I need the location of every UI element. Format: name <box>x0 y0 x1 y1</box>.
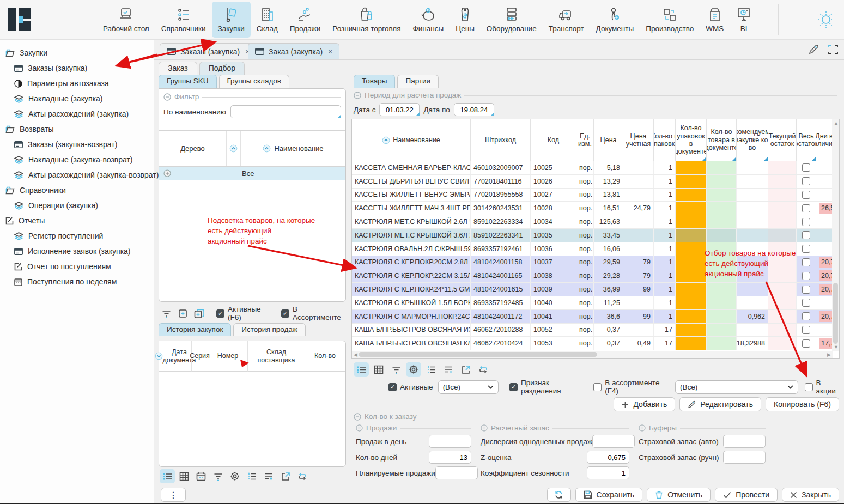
table-row[interactable]: КАСТРЮЛЯ С КЕР.ПОКР.24*11.5 GM-481042400… <box>352 283 839 296</box>
products-toolbar-list-add-icon[interactable] <box>441 362 456 377</box>
module-item-6[interactable]: Финансы <box>407 2 450 38</box>
tab-batches[interactable]: Партии <box>397 75 439 88</box>
module-item-5[interactable]: Розничная торговля <box>326 2 406 38</box>
products-col-header-5[interactable]: Цена учетная <box>623 119 654 161</box>
sidebar-item-9[interactable]: Справочники <box>0 183 154 198</box>
sidebar-item-6[interactable]: Заказы (закупка-возврат) <box>0 137 154 152</box>
table-row[interactable]: КАССЕТЫ Д/БРИТЬЯ ВЕНУС СВИЛ СМ7702018401… <box>352 175 839 189</box>
cancel-button[interactable]: Отменить <box>647 488 711 502</box>
tree-row-all[interactable]: Все <box>159 167 345 180</box>
field-input[interactable] <box>429 435 471 448</box>
stock-checkbox[interactable] <box>802 272 810 280</box>
field-input[interactable] <box>723 451 766 464</box>
tab-purchase-history[interactable]: История закупок <box>159 323 231 336</box>
sidebar-item-15[interactable]: Поступления по неделям <box>0 274 154 289</box>
products-col-header-9[interactable]: Рекомендуемое к закупке кол-во <box>737 119 768 161</box>
history-table-toolbar-numbered-list-icon[interactable] <box>244 469 259 483</box>
stock-checkbox[interactable] <box>802 312 810 320</box>
field-input[interactable] <box>592 435 635 448</box>
table-row[interactable]: КАССЕТЫ ЖИЛЛЕТТ МАЧ 3 4ШТ РП301426024353… <box>352 202 839 215</box>
history-table-toolbar-sync-icon[interactable] <box>295 469 310 483</box>
tab-order-detail[interactable]: Заказ (закупка) × <box>248 43 339 59</box>
products-toolbar-sync-icon[interactable] <box>476 362 491 377</box>
table-row[interactable]: КАСТРЮЛЯ МЕТ.С КРЫШКОЙ 2.6Л Ч85910222633… <box>352 215 839 229</box>
promo-filter-select[interactable]: (Все) <box>675 380 798 394</box>
active-checkbox[interactable] <box>388 383 397 391</box>
products-toolbar-filter-icon[interactable] <box>388 362 404 377</box>
date-from-input[interactable] <box>379 103 420 116</box>
module-item-4[interactable]: Продажи <box>284 2 326 38</box>
price-type-select[interactable]: (Все) <box>438 380 499 394</box>
edit-button[interactable]: Редактировать <box>679 397 761 411</box>
history-table-toolbar-calendar-icon[interactable] <box>193 469 209 483</box>
stock-checkbox[interactable] <box>802 286 810 294</box>
assortment-checkbox[interactable] <box>281 309 289 318</box>
vertical-scrollbar[interactable]: ▲ ▼ <box>832 119 839 351</box>
module-item-11[interactable]: Производство <box>640 2 700 38</box>
module-item-1[interactable]: Справочники <box>155 2 212 38</box>
stock-checkbox[interactable] <box>802 299 810 307</box>
products-col-header-7[interactable]: Кол-во упаковок в документе <box>676 119 707 161</box>
pencil-icon[interactable] <box>808 44 819 55</box>
close-button[interactable]: Закрыть <box>782 488 839 502</box>
products-toolbar-numbered-list-icon[interactable] <box>423 362 439 377</box>
tree-col-header[interactable]: Дерево <box>159 131 227 166</box>
assortment-f4-checkbox[interactable] <box>593 383 602 391</box>
products-col-header-3[interactable]: Ед. изм. <box>576 119 594 161</box>
expand-plus-icon[interactable] <box>163 169 171 177</box>
promo-checkbox[interactable] <box>805 383 813 391</box>
stock-checkbox[interactable] <box>802 231 810 239</box>
field-input[interactable] <box>587 451 629 464</box>
active-f6-checkbox[interactable] <box>216 309 224 318</box>
collapse-icon[interactable] <box>354 413 361 421</box>
products-toolbar-list-view-icon[interactable] <box>354 362 369 377</box>
history-col-header-1[interactable]: Серия <box>192 341 208 372</box>
field-input[interactable] <box>587 466 629 479</box>
tab-products[interactable]: Товары <box>354 75 395 88</box>
products-col-header-8[interactable]: Кол-во товара в документе <box>707 119 737 161</box>
name-col-header[interactable]: Наименование <box>241 131 345 166</box>
sidebar-item-0[interactable]: Закупки <box>0 45 154 60</box>
history-table-toolbar-list-view-icon[interactable] <box>160 469 175 483</box>
sidebar-item-7[interactable]: Накладные (закупка-возврат) <box>0 152 154 167</box>
tab-sales-history[interactable]: История продаж <box>233 323 306 336</box>
sidebar-item-1[interactable]: Заказы (закупка) <box>0 60 154 76</box>
history-toolbar-box-plus-icon[interactable] <box>175 306 190 320</box>
stock-checkbox[interactable] <box>802 258 810 266</box>
sidebar-item-10[interactable]: Операции (закупка) <box>0 198 154 213</box>
history-col-header-3[interactable]: Склад поставщика <box>248 341 305 372</box>
module-item-3[interactable]: Склад <box>251 2 284 38</box>
history-toolbar-filter-icon[interactable] <box>159 306 174 320</box>
table-row[interactable]: КАСТРЮЛЯ С МАРМОРН.ПОКР.24СМ481042400117… <box>352 310 839 324</box>
post-button[interactable]: Провести <box>715 488 778 502</box>
fullscreen-icon[interactable] <box>828 44 839 55</box>
table-row[interactable]: КАША Б/ПР.БЫСТРОВ ОВСЯНАЯ ИЗЮ46062720102… <box>352 324 839 337</box>
table-row[interactable]: КАСТРЮЛЯ МЕТ.С КРЫШКОЙ 3.6Л 285910222633… <box>352 229 839 242</box>
sidebar-item-14[interactable]: Отчет по поступлениям <box>0 259 154 274</box>
products-col-header-6[interactable]: Кол-во в упаковке <box>654 119 676 161</box>
history-table-toolbar-grid-icon[interactable] <box>177 469 192 483</box>
stock-checkbox[interactable] <box>802 163 810 172</box>
sidebar-item-2[interactable]: Параметры автозаказа <box>0 76 154 91</box>
history-table-toolbar-list-add-icon[interactable] <box>261 469 276 483</box>
sidebar-item-3[interactable]: Накладные (закупка) <box>0 91 154 106</box>
stock-checkbox[interactable] <box>802 218 810 226</box>
stock-checkbox[interactable] <box>802 326 810 334</box>
module-item-10[interactable]: Документы <box>590 2 640 38</box>
sidebar-item-11[interactable]: Отчеты <box>0 213 154 228</box>
history-col-header-2[interactable]: Номер <box>208 341 248 372</box>
products-col-header-4[interactable]: Цена <box>594 119 623 161</box>
products-col-header-1[interactable]: Штрихкод <box>471 119 531 161</box>
products-toolbar-gear-icon[interactable] <box>406 362 421 377</box>
module-item-13[interactable]: BI <box>730 2 758 38</box>
table-row[interactable]: КАССЕТЫ ЖИЛЛЕТТ ВЕНУС ЭМБРАС770201895555… <box>352 189 839 202</box>
table-row[interactable]: КАСТРЮЛЯ ОВАЛЬН.2Л С/КРЫШ.59869335719246… <box>352 242 839 256</box>
table-row[interactable]: КАСТРЮЛЯ С КЕР.ПОКР.22СМ 3.15Л4810424001… <box>352 269 839 283</box>
table-row[interactable]: КАСТРЮЛЯ С КРЫШКОЙ 1.5Л БОРК.86933571924… <box>352 296 839 310</box>
copy-button[interactable]: Копировать (F6) <box>766 397 839 411</box>
stock-checkbox[interactable] <box>802 204 810 212</box>
products-col-header-11[interactable]: Весь остаток <box>797 119 816 161</box>
field-input[interactable] <box>723 435 766 448</box>
products-toolbar-external-link-icon[interactable] <box>458 362 473 377</box>
table-row[interactable]: КАША Б/ПР.БЫСТРОВ ОВСЯНАЯ КЛУ46062720104… <box>352 337 839 350</box>
